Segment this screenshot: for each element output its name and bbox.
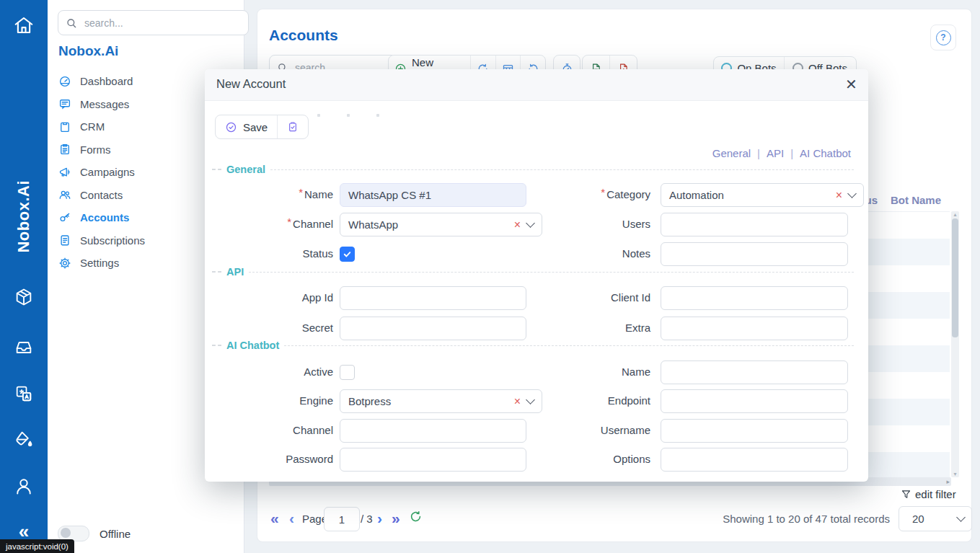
active-checkbox[interactable] [340,365,355,380]
notes-input[interactable] [661,242,848,266]
new-account-modal: New Account ✕ Save General | API | AI Ch… [205,69,868,482]
check-icon [343,249,352,259]
save-button[interactable]: Save [216,115,277,138]
nav-ai-chatbot-link[interactable]: AI Chatbot [800,147,851,159]
translate-icon[interactable] [0,384,48,404]
app-root: Nobox.Ai « Nobox.Ai Dashboa [0,0,980,553]
sidebar-item-label: Forms [80,143,111,156]
category-value: Automation [669,189,829,201]
bot-channel-input[interactable] [340,419,526,443]
page-title: Accounts [269,27,338,44]
inbox-icon[interactable] [0,337,48,358]
engine-value: Botpress [348,395,508,407]
name-input[interactable] [340,183,526,207]
section-api-header: API [212,266,854,278]
campaigns-icon [58,166,71,179]
sidebar-search-input[interactable] [83,17,241,30]
clear-icon[interactable]: × [514,219,521,231]
field-label-password: Password [216,448,333,465]
vertical-scrollbar[interactable]: ▴ ▾ [951,211,959,477]
modal-header [205,69,868,101]
options-input[interactable] [661,448,848,472]
accounts-icon [58,211,71,224]
endpoint-input[interactable] [661,389,848,413]
page-size-select[interactable]: 20 [899,506,972,531]
drag-dots [317,114,379,117]
sidebar-item-label: Settings [80,257,119,269]
field-label-engine: Engine [216,389,333,407]
sidebar-item-label: Dashboard [80,75,133,87]
extra-input[interactable] [661,317,848,340]
check-circle-icon [225,121,237,133]
toggle-knob [61,528,71,538]
bot-name-input[interactable] [661,360,848,384]
nav-api-link[interactable]: API [767,147,784,159]
left-rail: Nobox.Ai « [0,0,48,553]
help-button[interactable]: ? [930,25,956,50]
messages-icon [58,97,71,110]
cube-icon[interactable] [0,287,48,307]
clear-icon[interactable]: × [514,396,521,407]
edit-filter-button[interactable]: edit filter [901,488,956,500]
channel-select[interactable]: WhatsApp × [340,213,542,236]
field-label-username: Username [534,419,650,436]
field-label-channel: *Channel [216,213,333,230]
user-icon[interactable] [0,476,48,496]
secret-input[interactable] [340,317,526,340]
rail-brand-vertical: Nobox.Ai [0,144,48,288]
chevron-down-icon [956,513,966,522]
records-summary: Showing 1 to 20 of 47 total records [257,513,890,525]
password-input[interactable] [340,448,526,472]
field-label-users: Users [534,213,650,230]
save-template-button[interactable] [277,115,308,138]
paint-icon[interactable] [0,429,48,449]
sidebar-item-label: CRM [80,120,105,133]
modal-title: New Account [216,77,286,91]
scrollbar-thumb[interactable] [952,218,958,337]
status-checkbox[interactable] [340,247,355,262]
sidebar-item-label: Contacts [80,189,123,201]
clear-icon[interactable]: × [836,190,842,201]
field-label-bot-channel: Channel [216,419,333,436]
field-label-category: *Category [534,183,650,200]
offline-label: Offline [100,528,131,540]
save-label: Save [243,121,268,133]
channel-value: WhatsApp [348,218,508,231]
column-header-bot-name[interactable]: Bot Name [891,194,941,206]
dashboard-icon [58,75,71,88]
field-label-endpoint: Endpoint [534,389,650,407]
field-label-name: *Name [216,183,333,200]
settings-icon [58,257,71,270]
field-label-app-id: App Id [216,286,333,304]
contacts-icon [58,188,71,201]
page-size-value: 20 [906,513,958,525]
close-icon[interactable]: ✕ [845,76,857,93]
users-input[interactable] [661,213,848,236]
scroll-down-icon[interactable]: ▾ [951,471,959,477]
modal-section-nav: General | API | AI Chatbot [712,147,851,159]
field-label-options: Options [534,448,650,465]
scroll-up-icon[interactable]: ▴ [951,211,959,218]
subscriptions-icon [58,234,71,247]
client-id-input[interactable] [661,286,848,310]
status-url: javascript:void(0) [6,542,69,551]
chevron-down-icon [847,189,857,198]
crm-icon [58,120,71,133]
nav-general-link[interactable]: General [712,147,751,159]
section-title: General [226,164,265,175]
field-label-extra: Extra [534,317,650,334]
sidebar-brand: Nobox.Ai [58,43,118,59]
field-label-secret: Secret [216,317,333,334]
sidebar-search[interactable] [58,10,249,35]
home-icon[interactable] [0,14,48,36]
engine-select[interactable]: Botpress × [340,389,542,413]
sidebar-item-label: Messages [80,98,129,110]
section-general-header: General [212,164,854,175]
username-input[interactable] [661,419,848,443]
field-label-active: Active [216,360,333,378]
sidebar-item-label: Subscriptions [80,234,145,247]
app-id-input[interactable] [340,286,526,310]
scroll-right-icon[interactable]: ▸ [946,478,950,485]
nav-separator: | [757,147,760,159]
category-select[interactable]: Automation × [661,183,864,207]
